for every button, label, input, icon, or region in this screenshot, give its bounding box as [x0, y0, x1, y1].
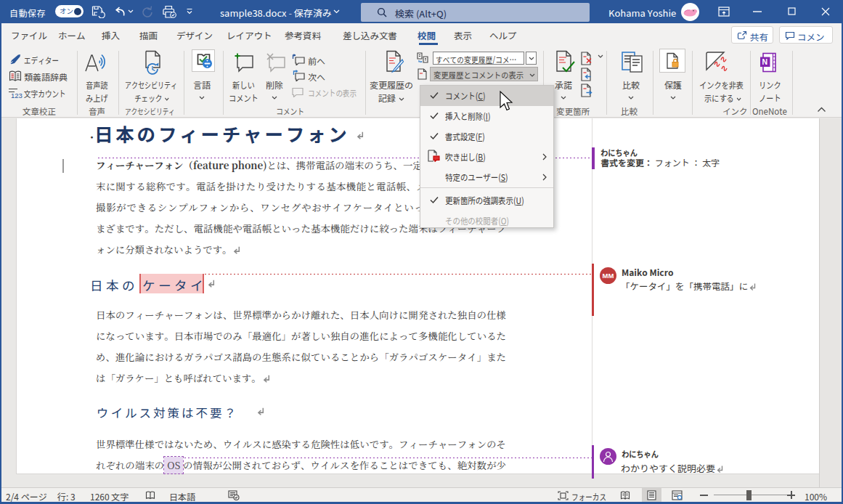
svg-text:N: N: [762, 57, 768, 66]
